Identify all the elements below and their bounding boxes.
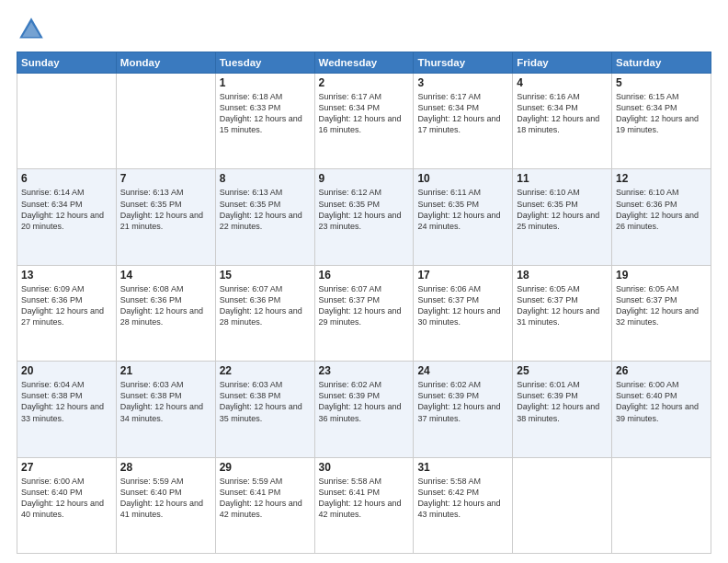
day-number: 8 xyxy=(220,172,311,185)
day-info: Sunrise: 6:00 AM Sunset: 6:40 PM Dayligh… xyxy=(616,379,707,424)
day-info: Sunrise: 6:02 AM Sunset: 6:39 PM Dayligh… xyxy=(417,379,508,424)
calendar-cell: 11Sunrise: 6:10 AM Sunset: 6:35 PM Dayli… xyxy=(513,169,612,265)
calendar-cell xyxy=(17,74,117,169)
day-of-week-friday: Friday xyxy=(513,52,612,74)
calendar-table: SundayMondayTuesdayWednesdayThursdayFrid… xyxy=(17,52,711,554)
day-number: 7 xyxy=(120,172,211,185)
calendar-cell: 9Sunrise: 6:12 AM Sunset: 6:35 PM Daylig… xyxy=(314,169,414,265)
day-info: Sunrise: 6:17 AM Sunset: 6:34 PM Dayligh… xyxy=(417,91,508,136)
day-number: 17 xyxy=(417,269,508,282)
day-number: 21 xyxy=(120,364,211,377)
day-of-week-thursday: Thursday xyxy=(414,52,513,74)
day-info: Sunrise: 6:10 AM Sunset: 6:35 PM Dayligh… xyxy=(517,187,608,232)
day-of-week-monday: Monday xyxy=(116,52,215,74)
calendar-cell: 28Sunrise: 5:59 AM Sunset: 6:40 PM Dayli… xyxy=(116,457,215,553)
calendar-cell: 27Sunrise: 6:00 AM Sunset: 6:40 PM Dayli… xyxy=(17,457,117,553)
day-number: 20 xyxy=(21,364,112,377)
day-of-week-saturday: Saturday xyxy=(612,52,711,74)
day-info: Sunrise: 6:06 AM Sunset: 6:37 PM Dayligh… xyxy=(417,283,508,328)
calendar-week-1: 1Sunrise: 6:18 AM Sunset: 6:33 PM Daylig… xyxy=(17,74,711,169)
day-number: 23 xyxy=(319,364,410,377)
day-of-week-sunday: Sunday xyxy=(17,52,117,74)
day-info: Sunrise: 6:03 AM Sunset: 6:38 PM Dayligh… xyxy=(120,379,211,424)
day-number: 25 xyxy=(517,364,608,377)
day-number: 31 xyxy=(417,461,508,474)
calendar-cell: 26Sunrise: 6:00 AM Sunset: 6:40 PM Dayli… xyxy=(612,362,711,457)
page: SundayMondayTuesdayWednesdayThursdayFrid… xyxy=(0,0,728,563)
day-info: Sunrise: 6:09 AM Sunset: 6:36 PM Dayligh… xyxy=(21,283,112,328)
calendar-cell: 30Sunrise: 5:58 AM Sunset: 6:41 PM Dayli… xyxy=(314,457,414,553)
day-info: Sunrise: 6:02 AM Sunset: 6:39 PM Dayligh… xyxy=(319,379,410,424)
day-info: Sunrise: 5:58 AM Sunset: 6:42 PM Dayligh… xyxy=(417,476,508,521)
day-number: 30 xyxy=(319,461,410,474)
calendar-cell xyxy=(513,457,612,553)
calendar-cell: 25Sunrise: 6:01 AM Sunset: 6:39 PM Dayli… xyxy=(513,362,612,457)
calendar-cell: 19Sunrise: 6:05 AM Sunset: 6:37 PM Dayli… xyxy=(612,265,711,361)
day-of-week-wednesday: Wednesday xyxy=(314,52,414,74)
day-info: Sunrise: 6:08 AM Sunset: 6:36 PM Dayligh… xyxy=(120,283,211,328)
calendar-cell: 20Sunrise: 6:04 AM Sunset: 6:38 PM Dayli… xyxy=(17,362,117,457)
day-info: Sunrise: 6:13 AM Sunset: 6:35 PM Dayligh… xyxy=(120,187,211,232)
day-number: 10 xyxy=(417,172,508,185)
day-number: 16 xyxy=(319,269,410,282)
day-number: 12 xyxy=(616,172,707,185)
day-number: 29 xyxy=(220,461,311,474)
calendar-cell: 22Sunrise: 6:03 AM Sunset: 6:38 PM Dayli… xyxy=(215,362,314,457)
day-info: Sunrise: 6:15 AM Sunset: 6:34 PM Dayligh… xyxy=(616,91,707,136)
calendar-week-3: 13Sunrise: 6:09 AM Sunset: 6:36 PM Dayli… xyxy=(17,265,711,361)
header xyxy=(17,15,711,44)
calendar-week-5: 27Sunrise: 6:00 AM Sunset: 6:40 PM Dayli… xyxy=(17,457,711,553)
calendar-header-row: SundayMondayTuesdayWednesdayThursdayFrid… xyxy=(17,52,711,74)
day-number: 9 xyxy=(319,172,410,185)
calendar-cell xyxy=(612,457,711,553)
day-info: Sunrise: 6:01 AM Sunset: 6:39 PM Dayligh… xyxy=(517,379,608,424)
calendar-cell: 6Sunrise: 6:14 AM Sunset: 6:34 PM Daylig… xyxy=(17,169,117,265)
day-info: Sunrise: 6:18 AM Sunset: 6:33 PM Dayligh… xyxy=(220,91,311,136)
day-number: 6 xyxy=(21,172,112,185)
day-info: Sunrise: 6:16 AM Sunset: 6:34 PM Dayligh… xyxy=(517,91,608,136)
calendar-cell: 2Sunrise: 6:17 AM Sunset: 6:34 PM Daylig… xyxy=(314,74,414,169)
day-number: 22 xyxy=(220,364,311,377)
logo-icon xyxy=(17,15,46,44)
day-number: 2 xyxy=(319,76,410,89)
calendar-cell: 8Sunrise: 6:13 AM Sunset: 6:35 PM Daylig… xyxy=(215,169,314,265)
day-info: Sunrise: 5:59 AM Sunset: 6:41 PM Dayligh… xyxy=(220,476,311,521)
day-number: 11 xyxy=(517,172,608,185)
day-info: Sunrise: 6:12 AM Sunset: 6:35 PM Dayligh… xyxy=(319,187,410,232)
day-info: Sunrise: 6:14 AM Sunset: 6:34 PM Dayligh… xyxy=(21,187,112,232)
calendar-cell: 16Sunrise: 6:07 AM Sunset: 6:37 PM Dayli… xyxy=(314,265,414,361)
day-number: 5 xyxy=(616,76,707,89)
day-number: 27 xyxy=(21,461,112,474)
day-info: Sunrise: 6:17 AM Sunset: 6:34 PM Dayligh… xyxy=(319,91,410,136)
day-number: 28 xyxy=(120,461,211,474)
day-info: Sunrise: 6:03 AM Sunset: 6:38 PM Dayligh… xyxy=(220,379,311,424)
calendar-cell: 18Sunrise: 6:05 AM Sunset: 6:37 PM Dayli… xyxy=(513,265,612,361)
calendar-cell: 24Sunrise: 6:02 AM Sunset: 6:39 PM Dayli… xyxy=(414,362,513,457)
day-info: Sunrise: 6:11 AM Sunset: 6:35 PM Dayligh… xyxy=(417,187,508,232)
day-number: 3 xyxy=(417,76,508,89)
calendar-cell: 7Sunrise: 6:13 AM Sunset: 6:35 PM Daylig… xyxy=(116,169,215,265)
calendar-cell: 14Sunrise: 6:08 AM Sunset: 6:36 PM Dayli… xyxy=(116,265,215,361)
day-number: 14 xyxy=(120,269,211,282)
calendar-cell: 3Sunrise: 6:17 AM Sunset: 6:34 PM Daylig… xyxy=(414,74,513,169)
day-info: Sunrise: 6:07 AM Sunset: 6:36 PM Dayligh… xyxy=(220,283,311,328)
calendar-cell xyxy=(116,74,215,169)
calendar-cell: 21Sunrise: 6:03 AM Sunset: 6:38 PM Dayli… xyxy=(116,362,215,457)
day-info: Sunrise: 5:59 AM Sunset: 6:40 PM Dayligh… xyxy=(120,476,211,521)
day-info: Sunrise: 5:58 AM Sunset: 6:41 PM Dayligh… xyxy=(319,476,410,521)
day-info: Sunrise: 6:05 AM Sunset: 6:37 PM Dayligh… xyxy=(517,283,608,328)
day-number: 1 xyxy=(220,76,311,89)
day-number: 26 xyxy=(616,364,707,377)
day-info: Sunrise: 6:04 AM Sunset: 6:38 PM Dayligh… xyxy=(21,379,112,424)
calendar-week-2: 6Sunrise: 6:14 AM Sunset: 6:34 PM Daylig… xyxy=(17,169,711,265)
day-number: 18 xyxy=(517,269,608,282)
day-info: Sunrise: 6:00 AM Sunset: 6:40 PM Dayligh… xyxy=(21,476,112,521)
logo xyxy=(17,15,51,44)
day-of-week-tuesday: Tuesday xyxy=(215,52,314,74)
day-info: Sunrise: 6:13 AM Sunset: 6:35 PM Dayligh… xyxy=(220,187,311,232)
calendar-cell: 4Sunrise: 6:16 AM Sunset: 6:34 PM Daylig… xyxy=(513,74,612,169)
calendar-cell: 29Sunrise: 5:59 AM Sunset: 6:41 PM Dayli… xyxy=(215,457,314,553)
calendar-cell: 15Sunrise: 6:07 AM Sunset: 6:36 PM Dayli… xyxy=(215,265,314,361)
calendar-cell: 1Sunrise: 6:18 AM Sunset: 6:33 PM Daylig… xyxy=(215,74,314,169)
calendar-cell: 13Sunrise: 6:09 AM Sunset: 6:36 PM Dayli… xyxy=(17,265,117,361)
